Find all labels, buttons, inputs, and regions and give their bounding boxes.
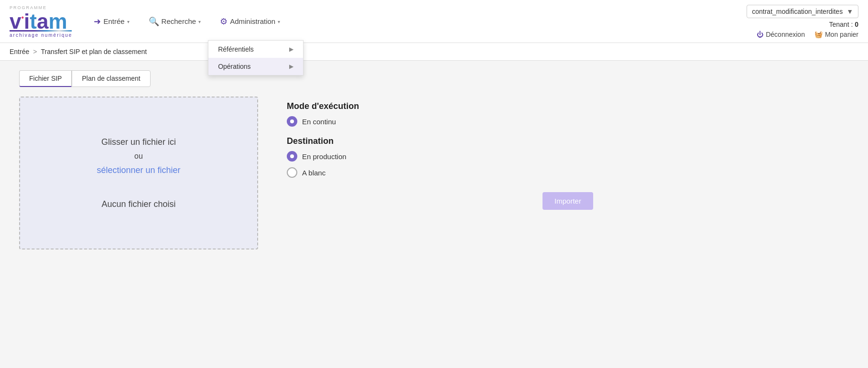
header-right: contrat_modification_interdites ▼ Tenant…: [747, 5, 858, 38]
administration-dropdown: Référentiels ▶ Opérations ▶: [208, 40, 304, 76]
dropdown-operations[interactable]: Opérations ▶: [208, 58, 303, 75]
deconnexion-button[interactable]: ⏻ Déconnexion: [757, 31, 805, 38]
or-text: ou: [134, 152, 143, 161]
panier-label: Mon panier: [825, 31, 858, 38]
tabs: Fichier SIP Plan de classement: [19, 70, 849, 87]
administration-icon: ⚙: [220, 16, 228, 27]
breadcrumb: Entrée > Transfert SIP et plan de classe…: [0, 43, 868, 61]
destination-label-blanc: A blanc: [302, 169, 326, 177]
destination-option-production[interactable]: En production: [287, 151, 849, 162]
breadcrumb-home[interactable]: Entrée: [10, 48, 29, 55]
destination-title: Destination: [287, 136, 849, 146]
deconnexion-label: Déconnexion: [766, 31, 805, 38]
no-file-text: Aucun fichier choisi: [101, 199, 175, 209]
tenant-info: Tenant : 0: [829, 21, 858, 28]
mode-radio-continu[interactable]: [287, 116, 297, 127]
header: PROGRAMME v • i t a m archivage numériqu…: [0, 0, 868, 43]
mode-title: Mode d'exécution: [287, 101, 849, 111]
recherche-label: Recherche: [162, 17, 196, 25]
breadcrumb-current: Transfert SIP et plan de classement: [41, 48, 147, 55]
drag-text: Glisser un fichier ici: [101, 137, 176, 147]
tenant-label: Tenant :: [829, 21, 853, 28]
destination-radio-blanc[interactable]: [287, 167, 297, 178]
logo-programme: PROGRAMME: [10, 5, 47, 10]
nav-recherche[interactable]: 🔍 Recherche ▾: [146, 11, 204, 32]
destination-radio-group: En production A blanc: [287, 151, 849, 178]
nav-entree[interactable]: ➜ Entrée ▾: [91, 11, 131, 32]
dropdown-referentiels[interactable]: Référentiels ▶: [208, 41, 303, 58]
nav-administration[interactable]: ⚙ Administration ▾ Référentiels ▶ Opérat…: [217, 11, 282, 32]
destination-option-blanc[interactable]: A blanc: [287, 167, 849, 178]
recherche-icon: 🔍: [149, 16, 159, 27]
logo-subtitle: archivage numérique: [10, 32, 72, 38]
mode-section: Mode d'exécution En continu: [287, 101, 849, 127]
tenant-value-label: contrat_modification_interdites: [752, 8, 843, 15]
administration-arrow: ▾: [278, 19, 280, 24]
header-actions: ⏻ Déconnexion 🧺 Mon panier: [757, 31, 858, 38]
referentiels-arrow: ▶: [289, 46, 293, 53]
tab-plan-classement[interactable]: Plan de classement: [72, 70, 150, 87]
destination-label-production: En production: [302, 152, 347, 161]
select-file-link[interactable]: sélectionner un fichier: [97, 165, 180, 175]
tenant-dropdown-arrow: ▼: [846, 8, 853, 15]
administration-label: Administration: [230, 17, 275, 25]
tab-fichier-sip[interactable]: Fichier SIP: [19, 70, 72, 87]
destination-section: Destination En production A blanc: [287, 136, 849, 178]
breadcrumb-separator: >: [33, 48, 37, 55]
drop-zone[interactable]: Glisser un fichier ici ou sélectionner u…: [19, 97, 258, 249]
basket-icon: 🧺: [814, 31, 823, 38]
referentiels-label: Référentiels: [218, 45, 254, 53]
destination-radio-production[interactable]: [287, 151, 297, 162]
right-panel: Mode d'exécution En continu Destination …: [287, 97, 849, 210]
tenant-selector: contrat_modification_interdites ▼: [747, 5, 858, 18]
entree-arrow: ▾: [127, 19, 130, 24]
power-icon: ⏻: [757, 31, 763, 38]
logo-name: v • i t a m: [10, 11, 67, 32]
operations-arrow: ▶: [289, 63, 293, 70]
tenant-dropdown[interactable]: contrat_modification_interdites ▼: [747, 5, 858, 18]
entree-icon: ➜: [94, 16, 101, 27]
mode-label-continu: En continu: [302, 118, 336, 126]
mode-option-continu[interactable]: En continu: [287, 116, 849, 127]
panier-button[interactable]: 🧺 Mon panier: [814, 31, 858, 38]
tenant-number: 0: [855, 21, 858, 28]
import-button[interactable]: Importer: [542, 192, 593, 210]
content-row: Glisser un fichier ici ou sélectionner u…: [19, 97, 849, 249]
operations-label: Opérations: [218, 63, 250, 70]
mode-radio-group: En continu: [287, 116, 849, 127]
main-content: Fichier SIP Plan de classement Glisser u…: [0, 61, 868, 367]
logo: PROGRAMME v • i t a m archivage numériqu…: [10, 5, 72, 38]
logo-underline: [10, 30, 72, 32]
main-nav: ➜ Entrée ▾ 🔍 Recherche ▾ ⚙ Administratio…: [91, 11, 747, 32]
recherche-arrow: ▾: [198, 19, 201, 24]
entree-label: Entrée: [103, 17, 124, 25]
